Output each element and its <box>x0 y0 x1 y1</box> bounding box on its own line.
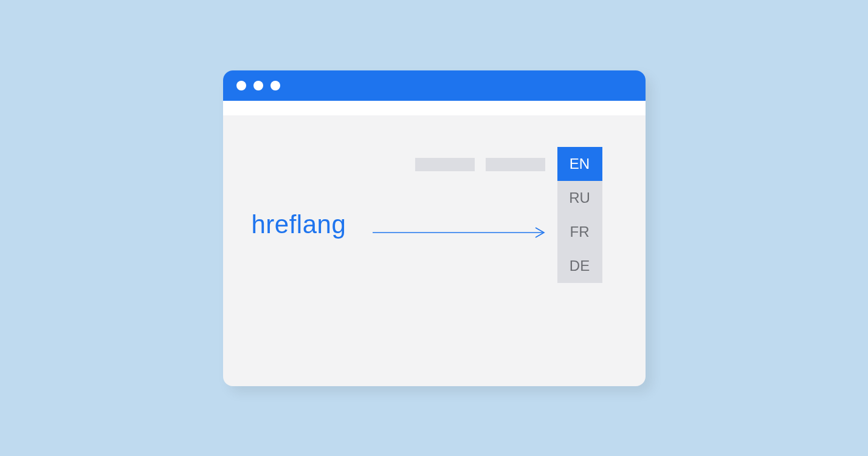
browser-window: EN RU FR DE hreflang <box>223 70 646 386</box>
browser-titlebar <box>223 70 646 101</box>
window-dot-icon <box>270 81 280 90</box>
language-selected[interactable]: EN <box>557 147 602 181</box>
arrow-icon <box>373 226 549 239</box>
nav-placeholder <box>486 158 545 171</box>
language-option-ru[interactable]: RU <box>557 181 602 215</box>
language-option-de[interactable]: DE <box>557 249 602 283</box>
window-dot-icon <box>236 81 246 90</box>
nav-placeholder <box>415 158 475 171</box>
browser-addressbar <box>223 101 646 115</box>
language-option-fr[interactable]: FR <box>557 215 602 249</box>
window-dot-icon <box>253 81 263 90</box>
browser-content: EN RU FR DE hreflang <box>223 115 646 386</box>
hreflang-label: hreflang <box>252 210 346 239</box>
